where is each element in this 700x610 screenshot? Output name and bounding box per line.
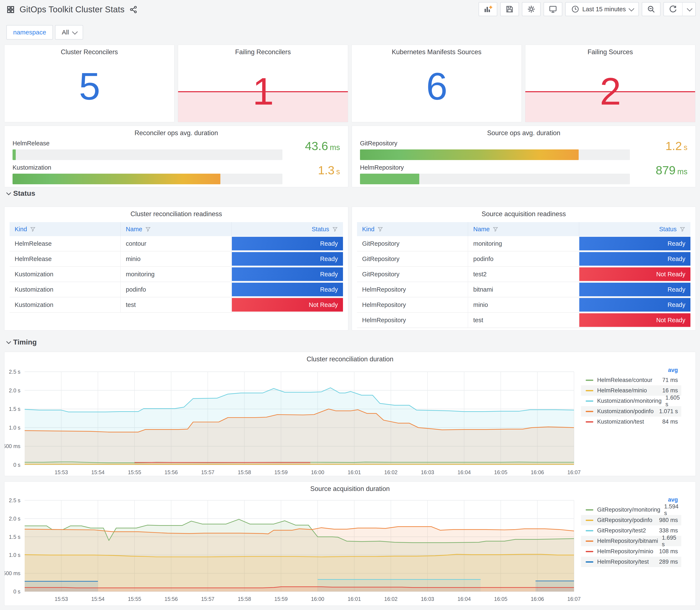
legend-series-color xyxy=(586,530,593,531)
svg-text:16:07: 16:07 xyxy=(567,596,581,602)
panel-title[interactable]: Reconciler ops avg. duration xyxy=(4,129,348,137)
panel-source-acquisition-duration: Source acquisition duration 0 s500 ms1.0… xyxy=(4,481,696,606)
cell-kind: HelmRelease xyxy=(10,252,121,266)
time-range-picker[interactable]: Last 15 minutes xyxy=(565,2,639,16)
filter-icon[interactable] xyxy=(145,226,151,232)
svg-text:16:07: 16:07 xyxy=(567,469,581,475)
panel-title[interactable]: Failing Reconcilers xyxy=(178,48,348,56)
status-badge: Not Ready xyxy=(579,267,690,281)
panel-reconciler-ops-duration: Reconciler ops avg. duration HelmRelease… xyxy=(4,126,348,187)
legend-item[interactable]: GitRepository/monitoring1.594 s xyxy=(581,504,681,515)
table-row: GitRepositorypodinfoReady xyxy=(357,252,690,267)
gauge-row-helmrepository: HelmRepository879ms xyxy=(360,164,687,190)
gauge-track xyxy=(13,174,282,184)
panel-title[interactable]: Kubernetes Manifests Sources xyxy=(352,48,521,56)
table-row: HelmRepositorybitnamiReady xyxy=(357,282,690,298)
cell-kind: Kustomization xyxy=(10,298,121,312)
filter-icon[interactable] xyxy=(377,226,383,232)
stat-value: 6 xyxy=(352,64,521,108)
table-row: GitRepositorytest2Not Ready xyxy=(357,267,690,282)
dashboard-header: GitOps Toolkit Cluster Stats Last 15 min… xyxy=(0,0,700,20)
filter-icon[interactable] xyxy=(680,226,685,232)
legend-item[interactable]: Kustomization/monitoring1.605 s xyxy=(581,396,681,406)
legend-series-color xyxy=(586,520,593,521)
cell-name: contour xyxy=(121,236,232,251)
legend-series-avg: 1.605 s xyxy=(665,395,680,408)
legend-item[interactable]: Kustomization/test84 ms xyxy=(581,417,681,427)
cell-kind: HelmRepository xyxy=(357,312,468,327)
panel-failing-reconcilers: Failing Reconcilers 1 xyxy=(178,45,348,122)
panel-title[interactable]: Source acquisition readiness xyxy=(352,210,696,218)
filter-icon[interactable] xyxy=(30,226,36,232)
panel-title[interactable]: Source ops avg. duration xyxy=(352,129,696,137)
status-badge: Ready xyxy=(579,298,690,311)
column-header-name[interactable]: Name xyxy=(468,222,579,236)
cell-kind: Kustomization xyxy=(10,282,121,297)
column-header-kind[interactable]: Kind xyxy=(357,222,468,236)
gauge-track xyxy=(360,174,630,184)
column-header-status[interactable]: Status xyxy=(232,222,343,236)
refresh-interval-button[interactable] xyxy=(682,2,696,16)
chevron-down-icon xyxy=(6,339,11,344)
filter-icon[interactable] xyxy=(493,226,498,232)
legend-item[interactable]: HelmRepository/test289 ms xyxy=(581,557,681,567)
variable-namespace-select[interactable]: All xyxy=(55,25,83,39)
svg-text:15:59: 15:59 xyxy=(274,596,288,602)
gauge-fill xyxy=(360,149,579,160)
svg-text:2.0 s: 2.0 s xyxy=(9,516,20,521)
column-header-kind[interactable]: Kind xyxy=(10,222,121,236)
section-row-timing[interactable]: Timing xyxy=(6,338,37,346)
time-range-label: Last 15 minutes xyxy=(582,6,626,13)
stat-value: 5 xyxy=(4,64,174,108)
svg-text:16:06: 16:06 xyxy=(531,469,544,475)
svg-text:15:55: 15:55 xyxy=(128,469,141,475)
svg-text:16:01: 16:01 xyxy=(348,469,361,475)
cell-name: podinfo xyxy=(468,252,579,266)
cell-kind: GitRepository xyxy=(357,252,468,266)
legend-series-avg: 71 ms xyxy=(662,377,678,383)
stat-value: 1 xyxy=(178,69,348,113)
panel-manifest-sources: Kubernetes Manifests Sources 6 xyxy=(352,45,522,122)
table-row: KustomizationmonitoringReady xyxy=(10,267,343,282)
panel-title[interactable]: Cluster reconciliation readiness xyxy=(4,210,348,218)
panel-title[interactable]: Cluster Reconcilers xyxy=(4,48,174,56)
refresh-button[interactable] xyxy=(664,2,682,16)
legend-series-avg: 108 ms xyxy=(659,548,678,555)
legend-series-name: HelmRepository/test xyxy=(597,559,655,565)
zoom-out-button[interactable] xyxy=(642,2,661,16)
legend-item[interactable]: Kustomization/podinfo1.071 s xyxy=(581,406,681,417)
section-title: Status xyxy=(13,189,35,197)
panel-cluster-reconciliation-duration: Cluster reconciliation duration 0 s500 m… xyxy=(4,352,696,476)
save-dashboard-button[interactable] xyxy=(500,2,519,16)
legend-item[interactable]: HelmRepository/bitnami1.695 s xyxy=(581,536,681,546)
svg-text:16:01: 16:01 xyxy=(348,596,361,602)
add-panel-button[interactable] xyxy=(478,2,497,16)
svg-text:15:54: 15:54 xyxy=(91,596,104,602)
legend-avg-header[interactable]: avg xyxy=(581,365,681,375)
column-header-name[interactable]: Name xyxy=(121,222,232,236)
gauge-value: 1.2s xyxy=(626,139,687,153)
tv-mode-button[interactable] xyxy=(543,2,562,16)
table-row: HelmRepositorytestNot Ready xyxy=(357,312,690,328)
svg-text:500 ms: 500 ms xyxy=(4,443,20,449)
svg-text:1.0 s: 1.0 s xyxy=(9,552,20,558)
filter-icon[interactable] xyxy=(332,226,338,232)
gauge-row-helmrelease: HelmRelease43.6ms xyxy=(13,140,340,165)
column-header-status[interactable]: Status xyxy=(579,222,690,236)
svg-text:15:59: 15:59 xyxy=(274,469,288,475)
legend-item[interactable]: GitRepository/podinfo980 ms xyxy=(581,515,681,525)
svg-text:16:02: 16:02 xyxy=(384,596,397,602)
settings-button[interactable] xyxy=(522,2,541,16)
section-row-status[interactable]: Status xyxy=(6,189,35,197)
legend-item[interactable]: HelmRepository/minio108 ms xyxy=(581,546,681,557)
legend-series-name: GitRepository/podinfo xyxy=(597,517,655,524)
legend-item[interactable]: HelmRelease/contour71 ms xyxy=(581,375,681,385)
share-icon[interactable] xyxy=(129,5,138,14)
svg-text:15:54: 15:54 xyxy=(91,469,104,475)
status-badge: Not Ready xyxy=(579,313,690,327)
cell-name: test xyxy=(468,312,579,327)
panel-title[interactable]: Failing Sources xyxy=(525,48,695,56)
svg-text:1.0 s: 1.0 s xyxy=(9,425,20,431)
legend-series-name: HelmRelease/contour xyxy=(597,377,658,383)
dashboard-grid-icon[interactable] xyxy=(6,5,15,14)
